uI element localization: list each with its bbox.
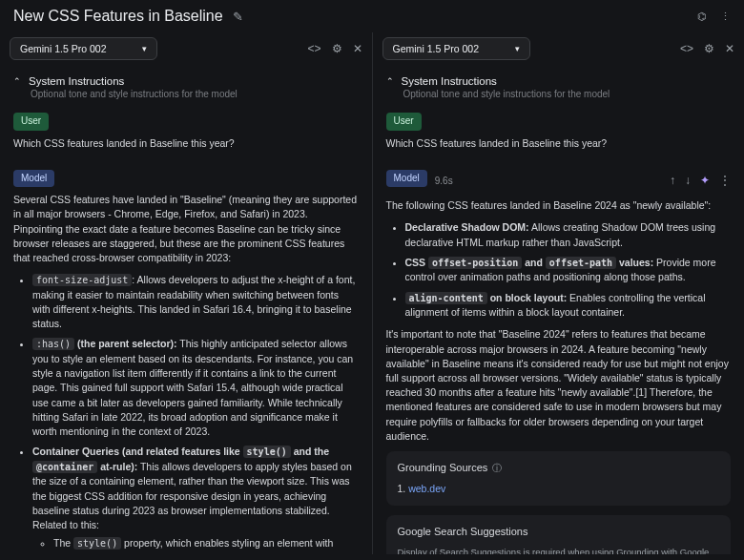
chevron-down-icon: ▾	[142, 44, 147, 53]
user-prompt: Which CSS features landed in Baseline th…	[386, 136, 732, 151]
model-intro: The following CSS features landed in Bas…	[386, 198, 732, 213]
more-icon[interactable]: ⋮	[719, 173, 731, 189]
model-badge: Model	[386, 170, 427, 188]
panel-right: Gemini 1.5 Pro 002 ▾ <> ⚙ ✕ ⌃ System Ins…	[373, 32, 745, 554]
code-icon[interactable]: <>	[680, 42, 693, 55]
model-select[interactable]: Gemini 1.5 Pro 002 ▾	[10, 37, 157, 60]
list-item: Declarative Shadow DOM: Allows creating …	[405, 220, 732, 249]
close-icon[interactable]: ✕	[725, 42, 734, 55]
page-title: New CSS Features in Baseline	[13, 8, 223, 25]
gear-icon[interactable]: ⚙	[704, 42, 714, 55]
list-item: font-size-adjust: Allows developers to a…	[32, 273, 359, 331]
info-icon[interactable]: ⓘ	[492, 462, 502, 476]
chevron-up-icon: ⌃	[13, 76, 21, 86]
grounding-sources-card: Grounding Sourcesⓘ 1. web.dev	[386, 451, 732, 506]
system-instructions-toggle[interactable]: ⌃ System Instructions	[382, 70, 735, 89]
edit-icon[interactable]: ✎	[233, 10, 243, 24]
speed-icon[interactable]: ⌬	[697, 10, 707, 23]
close-icon[interactable]: ✕	[353, 42, 362, 55]
more-icon[interactable]: ⋮	[720, 10, 731, 23]
model-select[interactable]: Gemini 1.5 Pro 002 ▾	[382, 37, 530, 60]
user-prompt: Which CSS features landed in Baseline th…	[13, 136, 359, 151]
chevron-down-icon: ▾	[515, 44, 520, 53]
source-link[interactable]: web.dev	[408, 483, 445, 494]
code-icon[interactable]: <>	[307, 42, 320, 55]
thumb-up-icon[interactable]: ↑	[670, 173, 675, 189]
panel-left: Gemini 1.5 Pro 002 ▾ <> ⚙ ✕ ⌃ System Ins…	[0, 32, 373, 554]
list-item: Container Queries (and related features …	[32, 445, 359, 554]
list-item: align-content on block layout: Enables c…	[405, 291, 732, 321]
user-badge: User	[13, 113, 49, 131]
search-suggestions-card: Google Search Suggestions Display of Sea…	[386, 515, 732, 554]
system-instructions-sub: Optional tone and style instructions for…	[382, 89, 735, 111]
response-timing: 9.6s	[435, 175, 453, 189]
list-item: :has() (the parent selector): This highl…	[32, 337, 359, 439]
thumb-down-icon[interactable]: ↓	[685, 173, 691, 189]
chevron-up-icon: ⌃	[386, 76, 394, 86]
model-note: It's important to note that "Baseline 20…	[386, 327, 732, 444]
model-intro: Several CSS features have landed in "Bas…	[13, 193, 359, 265]
model-badge: Model	[13, 170, 54, 188]
list-item: CSS offset-position and offset-path valu…	[405, 256, 732, 285]
sparkle-icon[interactable]: ✦	[700, 173, 710, 189]
system-instructions-sub: Optional tone and style instructions for…	[10, 89, 362, 111]
system-instructions-toggle[interactable]: ⌃ System Instructions	[10, 70, 362, 89]
user-badge: User	[386, 113, 422, 131]
list-item: The style() property, which enables styl…	[53, 536, 359, 554]
gear-icon[interactable]: ⚙	[332, 42, 342, 55]
